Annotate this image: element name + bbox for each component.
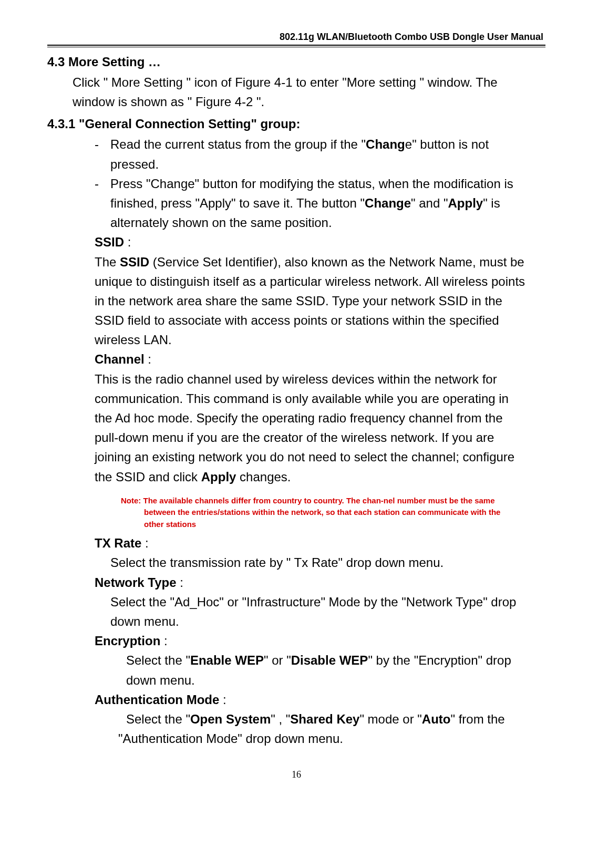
header-rule-thin [47,47,545,47]
auth-l1a: Select the " [126,712,190,726]
auth-l1-bold1: Open System [190,712,271,726]
ssid-label: SSID [95,235,124,249]
ssid-head: SSID : [95,232,545,252]
ssid-l1-bold: SSID [120,255,149,269]
b2b-bold1: Change [365,196,411,210]
b1-a: Read the current status from the group i… [110,137,366,151]
channel-colon: : [145,352,151,366]
ssid-l2: unique to distinguish itself as a partic… [95,272,545,291]
dash-icon: - [95,135,110,154]
channel-l6-bold: Apply [201,470,236,484]
enc-l1b: " by the "Encryption" drop [368,653,511,667]
bullet-2-text: Press "Change" button for modifying the … [110,174,545,193]
note-l1: Note: The available channels differ from… [121,496,495,505]
section-4-3-intro-line1: Click " More Setting " icon of Figure 4-… [73,73,545,92]
auth-colon: : [219,693,226,707]
note-l3: other stations [144,519,524,531]
dash-icon: - [95,174,110,193]
auth-head: Authentication Mode : [95,690,545,709]
b2b-mid: " and " [411,196,448,210]
enc-head: Encryption : [95,631,545,650]
bullet-1-text: Read the current status from the group i… [110,135,545,154]
channel-l3: the Ad hoc mode. Specify the operating r… [95,408,545,428]
ssid-l1b: (Service Set Identifier), also known as … [149,255,524,269]
auth-l1b: " from the [451,712,505,726]
auth-label: Authentication Mode [95,693,219,707]
b2b-pre: finished, press "Apply" to save it. The … [110,196,365,210]
ssid-l5: wireless LAN. [95,330,545,349]
bullet-2-line3: alternately shown on the same position. [110,213,545,232]
auth-l2: "Authentication Mode" drop down menu. [118,729,545,748]
nettype-label: Network Type [95,575,177,590]
channel-l6a: the SSID and click [95,470,201,484]
channel-l6: the SSID and click Apply changes. [95,467,545,487]
b2b-bold2: Apply [448,196,483,210]
channel-l6b: changes. [236,470,291,484]
channel-label: Channel [95,352,145,366]
nettype-l2: down menu. [110,612,545,631]
enc-l1-bold1: Enable WEP [190,653,264,667]
note-block: Note: The available channels differ from… [121,495,545,531]
txrate-colon: : [141,536,148,550]
enc-l1a: Select the " [126,653,190,667]
nettype-colon: : [177,575,183,590]
enc-colon: : [160,634,167,648]
enc-l1: Select the "Enable WEP" or "Disable WEP"… [126,650,545,670]
ssid-l4: SSID field to associate with access poin… [95,311,545,330]
txrate-l1: Select the transmission rate by " Tx Rat… [110,553,545,572]
b1-b: e" button is not [405,137,489,151]
channel-head: Channel : [95,349,545,369]
auth-l1-bold2: Shared Key [290,712,359,726]
header-rule-thick [47,45,545,46]
channel-l4: pull-down menu if you are the creator of… [95,428,545,447]
ssid-l1: The SSID (Service Set Identifier), also … [95,252,545,272]
note-l2: between the entries/stations within the … [144,507,524,519]
running-header: 802.11g WLAN/Bluetooth Combo USB Dongle … [47,32,545,43]
ssid-l3: in the network area share the same SSID.… [95,291,545,311]
auth-l1: Select the "Open System" , "Shared Key" … [126,709,545,729]
ssid-l1a: The [95,255,120,269]
enc-l1-bold2: Disable WEP [291,653,368,667]
channel-l2: communication. This command is only avai… [95,389,545,408]
b2b-post: " is [483,196,500,210]
bullet-2: - Press "Change" button for modifying th… [95,174,545,193]
section-4-3-intro-line2: window is shown as " Figure 4-2 ". [73,92,545,111]
bullet-2-line2: finished, press "Apply" to save it. The … [110,193,545,213]
enc-label: Encryption [95,634,160,648]
auth-l1-mid1: " , " [271,712,290,726]
enc-l2: down menu. [126,670,545,690]
ssid-colon: : [124,235,131,249]
section-4-3-head: 4.3 More Setting … [47,55,545,69]
txrate-head: TX Rate : [95,533,545,553]
auth-l1-mid2: " mode or " [359,712,421,726]
auth-l1-bold3: Auto [422,712,451,726]
section-4-3-1-head: 4.3.1 "General Connection Setting" group… [47,117,545,131]
bullet-1: - Read the current status from the group… [95,135,545,154]
nettype-l1: Select the "Ad_Hoc" or "Infrastructure" … [110,592,545,612]
bullet-1-cont: pressed. [110,154,545,174]
channel-l5: joining an existing network you do not n… [95,447,545,467]
nettype-head: Network Type : [95,573,545,592]
channel-l1: This is the radio channel used by wirele… [95,369,545,389]
txrate-label: TX Rate [95,536,141,550]
enc-l1-mid: " or " [264,653,291,667]
b1-bold: Chang [366,137,405,151]
page-number: 16 [47,769,545,780]
